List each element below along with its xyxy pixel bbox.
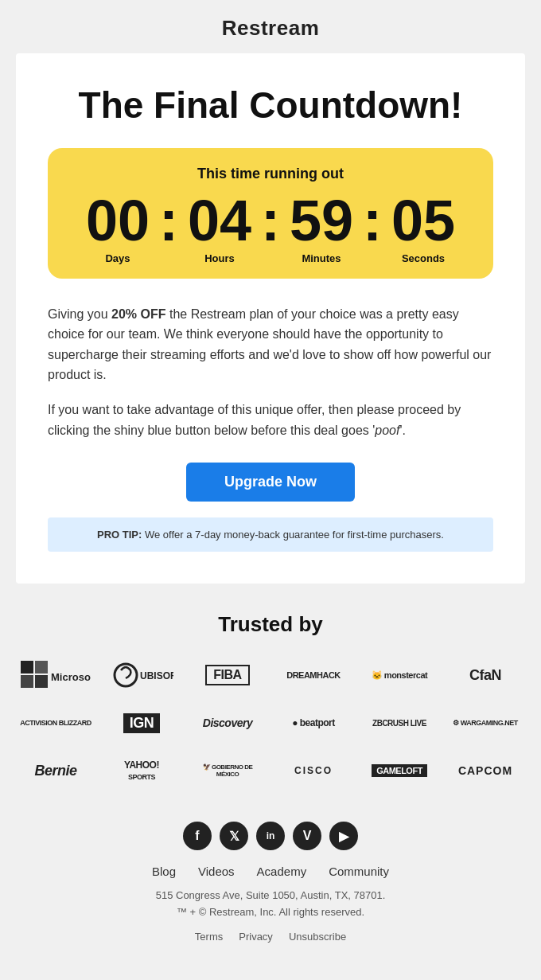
logo-microsoft: Microsoft xyxy=(16,656,95,694)
days-value: 00 xyxy=(86,192,150,249)
countdown-numbers: 00 Days : 04 Hours : 59 Minutes : 05 Sec… xyxy=(64,192,477,264)
youtube-icon[interactable]: ▶ xyxy=(329,822,358,850)
site-logo: Restream xyxy=(222,0,320,53)
hours-label: Hours xyxy=(204,252,235,264)
svg-rect-0 xyxy=(21,661,33,674)
body-paragraph-2: If you want to take advantage of this un… xyxy=(48,400,493,440)
svg-rect-3 xyxy=(35,675,48,688)
sep2: : xyxy=(259,192,282,249)
countdown-days: 00 Days xyxy=(78,192,158,264)
logo-ign: IGN xyxy=(102,704,181,742)
footer-copyright: ™ + © Restream, Inc. All rights reserved… xyxy=(16,906,525,918)
body1-prefix: Giving you xyxy=(48,307,111,321)
facebook-icon[interactable]: f xyxy=(183,822,212,850)
footer-links: Blog Videos Academy Community xyxy=(16,865,525,878)
svg-text:UBISOFT: UBISOFT xyxy=(140,670,173,681)
logo-yahoo: YAHOO!SPORTS xyxy=(102,752,181,790)
sep3: : xyxy=(361,192,383,249)
minutes-value: 59 xyxy=(290,192,353,249)
sep1: : xyxy=(158,192,180,249)
headline: The Final Countdown! xyxy=(48,85,493,126)
academy-link[interactable]: Academy xyxy=(257,865,307,878)
logo-discovery: Discovery xyxy=(188,704,267,742)
pro-tip-text: We offer a 7-day money-back guarantee fo… xyxy=(142,529,444,541)
days-label: Days xyxy=(105,252,130,264)
trusted-section: Trusted by Microsoft UBISOFT FIBA DREAMH… xyxy=(16,584,525,814)
blog-link[interactable]: Blog xyxy=(152,865,176,878)
pro-tip-bar: PRO TIP: We offer a 7-day money-back gua… xyxy=(48,517,493,552)
logos-grid: Microsoft UBISOFT FIBA DREAMHACK 🐱 monst… xyxy=(16,656,525,790)
logo-bernie: Bernie xyxy=(16,752,95,790)
privacy-link[interactable]: Privacy xyxy=(239,931,273,943)
body1-bold: 20% OFF xyxy=(111,307,165,321)
svg-text:Microsoft: Microsoft xyxy=(51,671,91,683)
logo-gameloft: GAMELOFT xyxy=(360,752,439,790)
footer-section: f 𝕏 in V ▶ Blog Videos Academy Community… xyxy=(0,814,541,966)
countdown-box: This time running out 00 Days : 04 Hours… xyxy=(48,148,493,279)
community-link[interactable]: Community xyxy=(329,865,389,878)
logo-cisco: CISCO xyxy=(274,752,353,790)
logo-fiba: FIBA xyxy=(188,656,267,694)
hours-value: 04 xyxy=(188,192,251,249)
main-card: The Final Countdown! This time running o… xyxy=(16,53,525,584)
countdown-hours: 04 Hours xyxy=(180,192,259,264)
logo-monstercat: 🐱 monstercat xyxy=(360,656,439,694)
countdown-minutes: 59 Minutes xyxy=(282,192,361,264)
footer-address: 515 Congress Ave, Suite 1050, Austin, TX… xyxy=(16,889,525,901)
logo-mexico: 🦅 GOBIERNO DEMÉXICO xyxy=(188,752,267,790)
linkedin-icon[interactable]: in xyxy=(256,822,285,850)
countdown-seconds: 05 Seconds xyxy=(383,192,463,264)
svg-rect-1 xyxy=(35,661,48,674)
logo-zbrush: ZBCRUSH LIVE xyxy=(360,704,439,742)
logo-ubisoft: UBISOFT xyxy=(102,656,181,694)
body2-italic: poof xyxy=(375,424,399,437)
countdown-label: This time running out xyxy=(64,166,477,182)
svg-rect-2 xyxy=(21,675,33,688)
social-icons: f 𝕏 in V ▶ xyxy=(16,822,525,850)
logo-activision: ACTIVISION BLIZZARD xyxy=(16,704,95,742)
terms-link[interactable]: Terms xyxy=(195,931,223,943)
logo-capcom: CAPCOM xyxy=(446,752,525,790)
logo-cfan: CfaN xyxy=(446,656,525,694)
pro-tip-bold: PRO TIP: xyxy=(97,529,142,541)
unsubscribe-link[interactable]: Unsubscribe xyxy=(289,931,346,943)
twitter-icon[interactable]: 𝕏 xyxy=(220,822,248,850)
upgrade-btn-container: Upgrade Now xyxy=(48,463,493,502)
logo-wargaming: ⚙ WARGAMING.NET xyxy=(446,704,525,742)
seconds-label: Seconds xyxy=(402,252,445,264)
logo-beatport: ● beatport xyxy=(274,704,353,742)
footer-bottom-links: Terms Privacy Unsubscribe xyxy=(16,931,525,943)
vimeo-icon[interactable]: V xyxy=(293,822,321,850)
body-paragraph-1: Giving you 20% OFF the Restream plan of … xyxy=(48,304,493,385)
upgrade-now-button[interactable]: Upgrade Now xyxy=(186,463,355,502)
minutes-label: Minutes xyxy=(302,252,341,264)
body2-suffix: '. xyxy=(399,424,406,437)
logo-dreamhack: DREAMHACK xyxy=(274,656,353,694)
videos-link[interactable]: Videos xyxy=(198,865,235,878)
trusted-title: Trusted by xyxy=(16,612,525,637)
seconds-value: 05 xyxy=(391,192,455,249)
